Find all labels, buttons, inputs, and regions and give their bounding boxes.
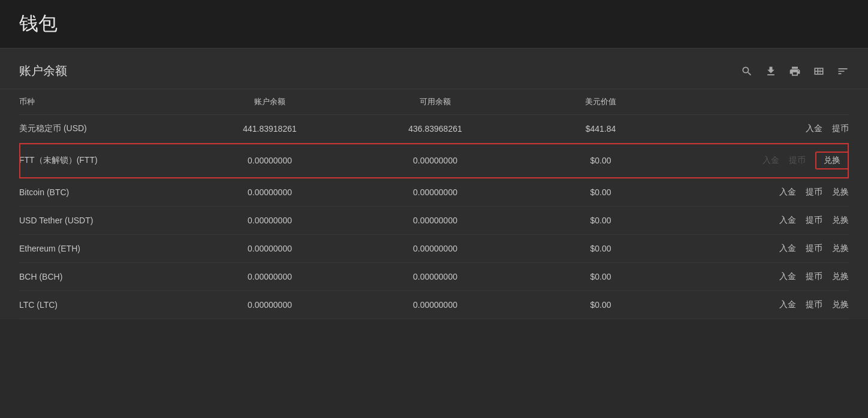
exchange-button[interactable]: 兑换 <box>832 187 849 198</box>
exchange-button[interactable]: 兑换 <box>832 215 849 226</box>
filter-icon[interactable] <box>837 65 849 77</box>
usd-value: $441.84 <box>518 124 683 134</box>
header-available: 可用余额 <box>352 96 518 107</box>
header-balance: 账户余额 <box>187 96 352 107</box>
table-body: 美元稳定币 (USD)441.83918261436.83968261$441.… <box>19 115 849 319</box>
currency-name: Ethereum (ETH) <box>19 244 187 253</box>
exchange-button[interactable]: 兑换 <box>832 271 849 282</box>
table-container: 币种 账户余额 可用余额 美元价值 美元稳定币 (USD)441.8391826… <box>0 89 868 319</box>
deposit-button[interactable]: 入金 <box>779 299 796 310</box>
deposit-button[interactable]: 入金 <box>779 215 796 226</box>
toolbar-icons <box>741 65 849 77</box>
actions-cell: 入金提币兑换 <box>683 187 849 198</box>
usd-value: $0.00 <box>518 272 683 281</box>
usd-value: $0.00 <box>518 156 683 165</box>
actions-cell: 入金提币兑换 <box>683 243 849 254</box>
account-balance: 0.00000000 <box>187 216 352 225</box>
download-icon[interactable] <box>765 65 777 77</box>
table-row: USD Tether (USDT)0.000000000.00000000$0.… <box>19 207 849 235</box>
header-currency: 币种 <box>19 96 187 107</box>
currency-name: Bitcoin (BTC) <box>19 187 187 197</box>
withdraw-button[interactable]: 提币 <box>806 299 822 310</box>
print-icon[interactable] <box>789 65 801 77</box>
main-content: 账户余额 <box>0 49 868 319</box>
available-balance: 436.83968261 <box>352 124 518 134</box>
page-title: 钱包 <box>19 11 849 37</box>
table-row: Ethereum (ETH)0.000000000.00000000$0.00入… <box>19 235 849 263</box>
available-balance: 0.00000000 <box>352 244 518 253</box>
actions-cell: 入金提币兑换 <box>683 271 849 282</box>
available-balance: 0.00000000 <box>352 156 518 165</box>
table-row: Bitcoin (BTC)0.000000000.00000000$0.00入金… <box>19 178 849 207</box>
usd-value: $0.00 <box>518 187 683 197</box>
deposit-button[interactable]: 入金 <box>779 187 796 198</box>
available-balance: 0.00000000 <box>352 216 518 225</box>
account-balance: 0.00000000 <box>187 244 352 253</box>
available-balance: 0.00000000 <box>352 187 518 197</box>
table-row: FTT（未解锁）(FTT)0.000000000.00000000$0.00入金… <box>19 143 849 178</box>
withdraw-button[interactable]: 提币 <box>806 187 822 198</box>
currency-name: USD Tether (USDT) <box>19 216 187 225</box>
account-balance: 0.00000000 <box>187 187 352 197</box>
withdraw-button[interactable]: 提币 <box>806 215 822 226</box>
actions-cell: 入金提币兑换 <box>683 152 849 169</box>
deposit-button[interactable]: 入金 <box>779 243 796 254</box>
account-balance: 441.83918261 <box>187 124 352 134</box>
available-balance: 0.00000000 <box>352 272 518 281</box>
deposit-button[interactable]: 入金 <box>806 123 822 134</box>
page-header: 钱包 <box>0 0 868 49</box>
table-row: LTC (LTC)0.000000000.00000000$0.00入金提币兑换 <box>19 291 849 319</box>
withdraw-button: 提币 <box>789 155 806 166</box>
table-row: 美元稳定币 (USD)441.83918261436.83968261$441.… <box>19 115 849 143</box>
currency-name: LTC (LTC) <box>19 300 187 310</box>
exchange-button[interactable]: 兑换 <box>832 299 849 310</box>
table-row: BCH (BCH)0.000000000.00000000$0.00入金提币兑换 <box>19 263 849 291</box>
currency-name: BCH (BCH) <box>19 272 187 281</box>
deposit-button: 入金 <box>762 155 779 166</box>
search-icon[interactable] <box>741 65 753 77</box>
actions-cell: 入金提币兑换 <box>683 299 849 310</box>
actions-cell: 入金提币兑换 <box>683 215 849 226</box>
currency-name: 美元稳定币 (USD) <box>19 123 187 134</box>
exchange-button[interactable]: 兑换 <box>832 243 849 254</box>
card-title: 账户余额 <box>19 63 67 79</box>
account-balance: 0.00000000 <box>187 272 352 281</box>
currency-name: FTT（未解锁）(FTT) <box>19 155 187 166</box>
withdraw-button[interactable]: 提币 <box>832 123 849 134</box>
available-balance: 0.00000000 <box>352 300 518 310</box>
withdraw-button[interactable]: 提币 <box>806 271 822 282</box>
card-header: 账户余额 <box>0 49 868 89</box>
withdraw-button[interactable]: 提币 <box>806 243 822 254</box>
account-balance: 0.00000000 <box>187 300 352 310</box>
actions-cell: 入金提币 <box>683 123 849 134</box>
table-header: 币种 账户余额 可用余额 美元价值 <box>19 89 849 115</box>
usd-value: $0.00 <box>518 244 683 253</box>
exchange-button[interactable]: 兑换 <box>815 152 849 169</box>
header-usd: 美元价值 <box>518 96 683 107</box>
header-actions <box>683 96 849 107</box>
account-balance: 0.00000000 <box>187 156 352 165</box>
usd-value: $0.00 <box>518 216 683 225</box>
usd-value: $0.00 <box>518 300 683 310</box>
columns-icon[interactable] <box>813 65 825 77</box>
deposit-button[interactable]: 入金 <box>779 271 796 282</box>
